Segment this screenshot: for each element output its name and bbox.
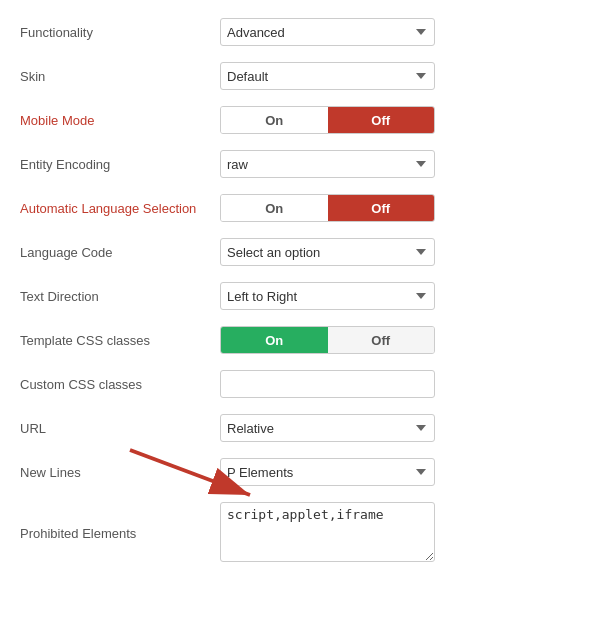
row-automatic-language: Automatic Language SelectionOnOff [20,186,580,230]
select-skin[interactable]: DefaultLightDark [220,62,435,90]
row-text-direction: Text DirectionLeft to RightRight to Left [20,274,580,318]
control-url: RelativeAbsolute [220,414,580,442]
control-mobile-mode: OnOff [220,106,580,134]
row-new-lines: New LinesP ElementsBR ElementsNone [20,450,580,494]
control-prohibited-elements [220,502,580,565]
select-entity-encoding[interactable]: rawnamednumerichtml [220,150,435,178]
row-url: URLRelativeAbsolute [20,406,580,450]
toggle-on-mobile-mode[interactable]: On [221,107,328,133]
toggle-on-automatic-language[interactable]: On [221,195,328,221]
control-automatic-language: OnOff [220,194,580,222]
label-functionality: Functionality [20,25,220,40]
label-entity-encoding: Entity Encoding [20,157,220,172]
select-new-lines[interactable]: P ElementsBR ElementsNone [220,458,435,486]
label-language-code: Language Code [20,245,220,260]
label-custom-css: Custom CSS classes [20,377,220,392]
settings-rows: FunctionalityBasicAdvancedFullSkinDefaul… [20,10,580,573]
row-language-code: Language CodeSelect an optionenfrdees [20,230,580,274]
control-functionality: BasicAdvancedFull [220,18,580,46]
label-url: URL [20,421,220,436]
label-template-css: Template CSS classes [20,333,220,348]
control-entity-encoding: rawnamednumerichtml [220,150,580,178]
toggle-off-automatic-language[interactable]: Off [328,195,435,221]
select-text-direction[interactable]: Left to RightRight to Left [220,282,435,310]
control-new-lines: P ElementsBR ElementsNone [220,458,580,486]
label-mobile-mode: Mobile Mode [20,113,220,128]
label-automatic-language: Automatic Language Selection [20,201,220,216]
toggle-template-css: OnOff [220,326,435,354]
select-functionality[interactable]: BasicAdvancedFull [220,18,435,46]
settings-page: FunctionalityBasicAdvancedFullSkinDefaul… [20,10,580,573]
select-language-code[interactable]: Select an optionenfrdees [220,238,435,266]
label-prohibited-elements: Prohibited Elements [20,526,220,541]
control-custom-css [220,370,580,398]
control-text-direction: Left to RightRight to Left [220,282,580,310]
control-skin: DefaultLightDark [220,62,580,90]
label-new-lines: New Lines [20,465,220,480]
toggle-off-mobile-mode[interactable]: Off [328,107,435,133]
row-functionality: FunctionalityBasicAdvancedFull [20,10,580,54]
row-entity-encoding: Entity Encodingrawnamednumerichtml [20,142,580,186]
row-prohibited-elements: Prohibited Elements [20,494,580,573]
toggle-automatic-language: OnOff [220,194,435,222]
label-text-direction: Text Direction [20,289,220,304]
input-custom-css[interactable] [220,370,435,398]
textarea-prohibited-elements[interactable] [220,502,435,562]
select-url[interactable]: RelativeAbsolute [220,414,435,442]
row-custom-css: Custom CSS classes [20,362,580,406]
toggle-mobile-mode: OnOff [220,106,435,134]
control-template-css: OnOff [220,326,580,354]
row-template-css: Template CSS classesOnOff [20,318,580,362]
label-skin: Skin [20,69,220,84]
control-language-code: Select an optionenfrdees [220,238,580,266]
toggle-on-template-css[interactable]: On [221,327,328,353]
row-skin: SkinDefaultLightDark [20,54,580,98]
toggle-off-template-css[interactable]: Off [328,327,435,353]
row-mobile-mode: Mobile ModeOnOff [20,98,580,142]
